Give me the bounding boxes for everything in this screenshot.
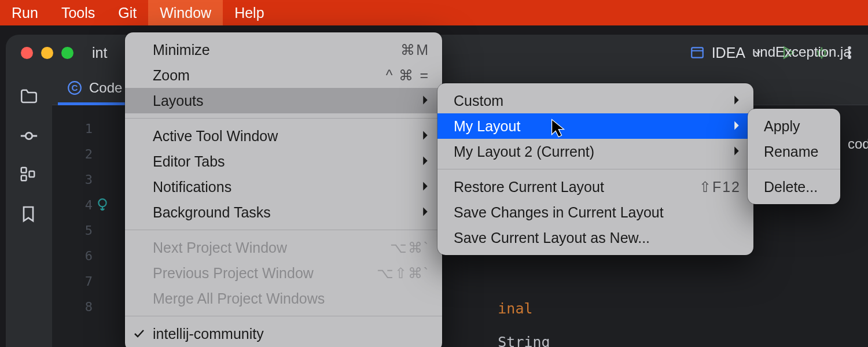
submenu-item-save-as-new[interactable]: Save Current Layout as New... (437, 225, 753, 250)
menu-item-prev-project-window[interactable]: Previous Project Window ⌥⇧⌘` (125, 260, 442, 286)
code-fragment: code (848, 136, 868, 152)
folder-icon[interactable] (19, 87, 39, 106)
editor-tab-active[interactable]: C Code (58, 71, 131, 105)
menu-item-label: My Layout (454, 118, 520, 135)
menu-item-label: Notifications (153, 179, 231, 195)
chevron-right-icon (733, 143, 741, 160)
gutter-line-number: 1 (52, 121, 93, 136)
menu-shortcut: ⌥⇧⌘` (377, 265, 429, 282)
menu-item-notifications[interactable]: Notifications (125, 174, 442, 200)
menu-item-label: Restore Current Layout (454, 179, 604, 195)
menu-tools[interactable]: Tools (50, 0, 106, 25)
menu-item-label: Custom (454, 93, 503, 109)
class-icon: C (67, 80, 82, 95)
menu-separator (437, 169, 753, 169)
svg-rect-7 (21, 176, 27, 181)
gutter-line-number: 7 (52, 274, 93, 289)
bookmark-icon[interactable] (19, 205, 39, 224)
submenu-item-my-layout-2[interactable]: My Layout 2 (Current) (437, 139, 753, 164)
gutter-line-number: 6 (52, 249, 93, 263)
zoom-button[interactable] (61, 47, 73, 59)
chevron-right-icon (733, 118, 741, 135)
action-rename[interactable]: Rename (748, 139, 840, 164)
menu-item-next-project-window[interactable]: Next Project Window ⌥⌘` (125, 235, 442, 260)
check-icon (133, 326, 145, 342)
kw-final: inal (498, 300, 532, 317)
action-apply[interactable]: Apply (748, 113, 840, 139)
menu-item-label: Apply (764, 118, 800, 135)
svg-rect-6 (21, 168, 27, 173)
menu-separator (125, 316, 442, 316)
menu-item-label: Merge All Project Windows (153, 290, 325, 307)
menu-shortcut: ⇧F12 (699, 179, 741, 195)
macos-menubar: Run Tools Git Window Help (0, 0, 868, 25)
menu-item-background-tasks[interactable]: Background Tasks (125, 200, 442, 225)
window-icon (690, 45, 705, 60)
svg-point-5 (25, 132, 32, 139)
type-string: String (498, 334, 550, 347)
chevron-right-icon (421, 153, 429, 170)
gutter-line-number: 3 (52, 172, 93, 187)
menu-help[interactable]: Help (223, 0, 275, 25)
editor-tab-label: Code (89, 80, 122, 96)
run-config-label: IDEA (712, 45, 745, 61)
gutter-line-number: 8 (52, 300, 93, 314)
menu-item-label: Delete... (764, 179, 818, 195)
override-icon[interactable] (96, 198, 109, 211)
chevron-right-icon (733, 93, 741, 109)
gutter-line-number: 2 (52, 147, 93, 161)
menu-separator (748, 169, 840, 169)
menu-shortcut: ⌥⌘` (390, 239, 429, 256)
menu-item-minimize[interactable]: Minimize ⌘M (125, 37, 442, 62)
menu-item-label: Save Current Layout as New... (454, 230, 650, 246)
window-menu: Minimize ⌘M Zoom ^ ⌘ = Layouts Active To… (125, 32, 442, 347)
menu-item-label: Editor Tabs (153, 153, 225, 170)
structure-icon[interactable] (19, 165, 39, 185)
gutter-line-number: 4 (52, 198, 93, 212)
menu-item-label: My Layout 2 (Current) (454, 143, 594, 160)
menu-item-active-tool-window[interactable]: Active Tool Window (125, 123, 442, 149)
menu-item-layouts[interactable]: Layouts (125, 88, 442, 113)
project-name: int (92, 45, 107, 61)
svg-point-11 (98, 199, 106, 206)
left-tool-rail (6, 71, 52, 347)
menu-git[interactable]: Git (106, 0, 148, 25)
menu-item-merge-project-windows[interactable]: Merge All Project Windows (125, 286, 442, 311)
menu-item-label: Minimize (153, 42, 210, 58)
action-delete[interactable]: Delete... (748, 174, 840, 200)
chevron-right-icon (421, 128, 429, 145)
menu-item-label: Previous Project Window (153, 265, 314, 282)
svg-text:C: C (72, 83, 78, 93)
menu-item-label: Next Project Window (153, 239, 287, 256)
svg-rect-8 (30, 171, 35, 177)
menu-separator (125, 230, 442, 230)
menu-item-label: Zoom (153, 67, 190, 84)
chevron-right-icon (421, 179, 429, 195)
menu-item-editor-tabs[interactable]: Editor Tabs (125, 149, 442, 174)
menu-item-label: intellij-community (153, 326, 264, 342)
minimize-button[interactable] (41, 47, 53, 59)
svg-rect-0 (692, 47, 703, 57)
menu-shortcut: ⌘M (400, 42, 429, 58)
menu-item-project[interactable]: intellij-community (125, 321, 442, 346)
menu-item-zoom[interactable]: Zoom ^ ⌘ = (125, 62, 442, 88)
submenu-item-my-layout[interactable]: My Layout (437, 113, 753, 139)
chevron-right-icon (421, 93, 429, 109)
menu-run[interactable]: Run (0, 0, 50, 25)
submenu-item-save-changes[interactable]: Save Changes in Current Layout (437, 200, 753, 225)
menu-shortcut: ^ ⌘ = (386, 67, 429, 84)
submenu-item-restore[interactable]: Restore Current Layout ⇧F12 (437, 174, 753, 200)
gutter-line-number: 5 (52, 223, 93, 238)
menu-separator (125, 118, 442, 119)
layouts-submenu: Custom My Layout My Layout 2 (Current) R… (437, 83, 753, 255)
menu-item-label: Background Tasks (153, 204, 271, 221)
traffic-lights (21, 47, 73, 59)
menu-item-label: Rename (764, 143, 819, 160)
commit-icon[interactable] (19, 126, 39, 146)
chevron-right-icon (421, 204, 429, 221)
layout-action-submenu: Apply Rename Delete... (748, 109, 840, 204)
menu-window[interactable]: Window (148, 0, 223, 25)
menu-item-label: Save Changes in Current Layout (454, 204, 664, 221)
close-button[interactable] (21, 47, 33, 59)
submenu-item-custom[interactable]: Custom (437, 88, 753, 113)
